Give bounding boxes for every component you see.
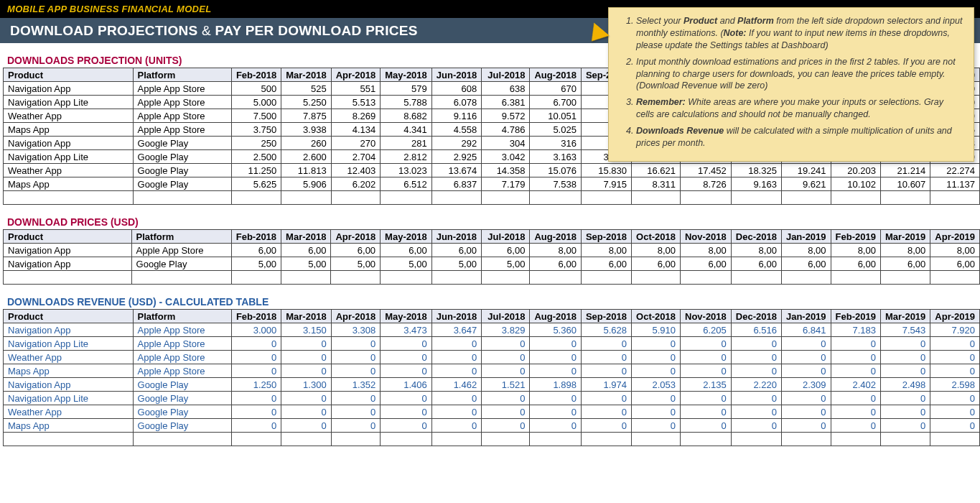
cell-value[interactable]: 8.311 xyxy=(632,177,681,191)
cell-value[interactable]: 5.625 xyxy=(231,177,281,191)
cell-value[interactable]: 4.134 xyxy=(331,123,381,137)
cell-value[interactable]: 5.788 xyxy=(381,96,432,109)
cell-value[interactable]: 6.512 xyxy=(381,177,432,191)
cell-value[interactable]: 638 xyxy=(482,82,530,96)
cell-value[interactable]: 17.452 xyxy=(681,164,732,177)
cell-value[interactable]: 5,00 xyxy=(231,257,281,271)
cell-platform[interactable]: Google Play xyxy=(133,150,231,164)
cell-value[interactable]: 5,00 xyxy=(431,257,481,271)
cell-value[interactable]: 551 xyxy=(331,82,381,96)
cell-platform[interactable]: Google Play xyxy=(131,257,231,271)
download-prices-table[interactable]: ProductPlatformFeb-2018Mar-2018Apr-2018M… xyxy=(3,229,980,285)
cell-value[interactable]: 9.572 xyxy=(482,109,530,123)
cell-value[interactable]: 8,00 xyxy=(680,244,731,257)
cell-value[interactable]: 6.700 xyxy=(530,96,582,109)
cell-value[interactable]: 6,00 xyxy=(281,244,331,257)
cell-value[interactable]: 6,00 xyxy=(632,257,681,271)
cell-value[interactable]: 7.875 xyxy=(281,109,331,123)
cell-value[interactable]: 11.250 xyxy=(231,164,281,177)
cell-value[interactable]: 8,00 xyxy=(632,244,681,257)
cell-value[interactable]: 6,00 xyxy=(381,244,432,257)
cell-product[interactable]: Navigation App Lite xyxy=(4,96,134,109)
cell-value[interactable]: 3.938 xyxy=(281,123,331,137)
cell-value[interactable]: 4.786 xyxy=(482,123,530,137)
cell-product[interactable]: Maps App xyxy=(4,177,134,191)
cell-value[interactable]: 525 xyxy=(281,82,331,96)
cell-value[interactable]: 2.500 xyxy=(231,150,281,164)
cell-value[interactable]: 10.607 xyxy=(880,177,930,191)
cell-value[interactable]: 6.202 xyxy=(331,177,381,191)
cell-value[interactable]: 2.704 xyxy=(331,150,381,164)
cell-value[interactable]: 12.403 xyxy=(331,164,381,177)
cell-value[interactable]: 10.051 xyxy=(530,109,582,123)
cell-value[interactable]: 5.000 xyxy=(231,96,281,109)
cell-value[interactable]: 8,00 xyxy=(831,244,880,257)
cell-value[interactable]: 6,00 xyxy=(331,244,381,257)
cell-value[interactable]: 5,00 xyxy=(331,257,381,271)
cell-value[interactable]: 20.203 xyxy=(831,164,880,177)
cell-product[interactable]: Navigation App Lite xyxy=(4,150,134,164)
cell-platform[interactable]: Google Play xyxy=(133,164,231,177)
cell-platform[interactable]: Google Play xyxy=(133,137,231,150)
cell-value[interactable]: 7.538 xyxy=(530,177,582,191)
cell-value[interactable]: 608 xyxy=(431,82,481,96)
cell-value[interactable]: 15.076 xyxy=(530,164,582,177)
cell-platform[interactable]: Apple App Store xyxy=(133,109,231,123)
cell-value[interactable]: 6,00 xyxy=(680,257,731,271)
cell-value[interactable]: 2.600 xyxy=(281,150,331,164)
cell-value[interactable]: 11.813 xyxy=(281,164,331,177)
cell-product[interactable]: Maps App xyxy=(4,123,134,137)
cell-value[interactable]: 5.513 xyxy=(331,96,381,109)
cell-value[interactable]: 6,00 xyxy=(530,257,582,271)
cell-value[interactable]: 2.812 xyxy=(381,150,432,164)
cell-platform[interactable]: Apple App Store xyxy=(133,123,231,137)
cell-value[interactable]: 6,00 xyxy=(781,257,831,271)
cell-product[interactable]: Weather App xyxy=(4,109,134,123)
cell-value[interactable]: 11.137 xyxy=(930,177,980,191)
cell-platform[interactable]: Apple App Store xyxy=(131,244,231,257)
cell-value[interactable]: 316 xyxy=(530,137,582,150)
cell-value[interactable]: 6,00 xyxy=(880,257,930,271)
cell-platform[interactable]: Apple App Store xyxy=(133,96,231,109)
cell-product[interactable]: Navigation App xyxy=(4,82,134,96)
cell-value[interactable]: 500 xyxy=(231,82,281,96)
cell-value[interactable]: 10.102 xyxy=(831,177,880,191)
cell-value[interactable]: 16.621 xyxy=(632,164,681,177)
cell-value[interactable]: 13.674 xyxy=(431,164,481,177)
cell-product[interactable]: Navigation App xyxy=(4,244,132,257)
cell-value[interactable]: 304 xyxy=(482,137,530,150)
cell-value[interactable]: 6.837 xyxy=(431,177,481,191)
cell-value[interactable]: 13.023 xyxy=(381,164,432,177)
cell-value[interactable]: 4.558 xyxy=(431,123,481,137)
cell-value[interactable]: 8.682 xyxy=(381,109,432,123)
cell-value[interactable]: 15.830 xyxy=(581,164,631,177)
cell-value[interactable]: 7.500 xyxy=(231,109,281,123)
cell-value[interactable]: 18.325 xyxy=(731,164,781,177)
cell-value[interactable]: 6.078 xyxy=(431,96,481,109)
cell-value[interactable]: 8,00 xyxy=(530,244,582,257)
cell-product[interactable]: Navigation App xyxy=(4,257,132,271)
cell-value[interactable]: 5.250 xyxy=(281,96,331,109)
cell-value[interactable]: 7.179 xyxy=(482,177,530,191)
cell-value[interactable]: 6,00 xyxy=(930,257,980,271)
cell-value[interactable]: 8,00 xyxy=(731,244,781,257)
cell-value[interactable]: 3.750 xyxy=(231,123,281,137)
cell-value[interactable]: 3.042 xyxy=(482,150,530,164)
cell-value[interactable]: 8.269 xyxy=(331,109,381,123)
cell-value[interactable]: 3.163 xyxy=(530,150,582,164)
cell-value[interactable]: 5,00 xyxy=(381,257,432,271)
cell-value[interactable]: 8,00 xyxy=(930,244,980,257)
cell-value[interactable]: 5.906 xyxy=(281,177,331,191)
cell-platform[interactable]: Google Play xyxy=(133,177,231,191)
cell-value[interactable]: 8,00 xyxy=(781,244,831,257)
cell-value[interactable]: 5.025 xyxy=(530,123,582,137)
cell-value[interactable]: 14.358 xyxy=(482,164,530,177)
cell-value[interactable]: 6,00 xyxy=(831,257,880,271)
cell-product[interactable]: Weather App xyxy=(4,164,134,177)
cell-value[interactable]: 8,00 xyxy=(581,244,631,257)
cell-value[interactable]: 8.726 xyxy=(681,177,732,191)
cell-value[interactable]: 4.341 xyxy=(381,123,432,137)
cell-value[interactable]: 670 xyxy=(530,82,582,96)
cell-value[interactable]: 6,00 xyxy=(482,244,530,257)
cell-value[interactable]: 5,00 xyxy=(281,257,331,271)
